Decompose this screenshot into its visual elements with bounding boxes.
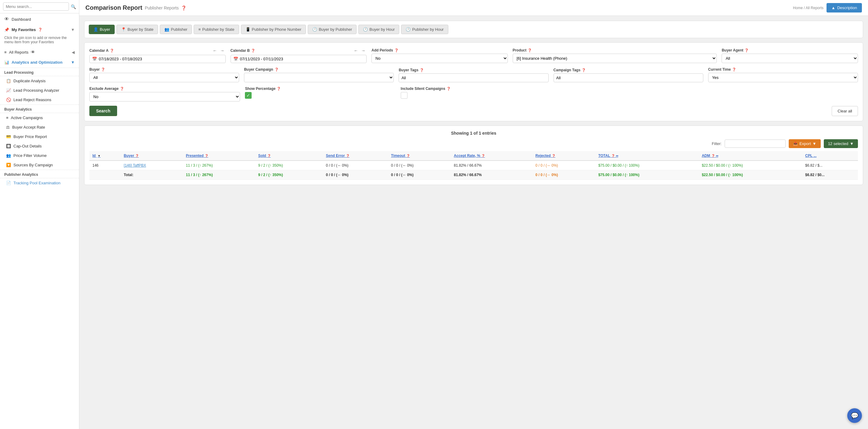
tab-publisher[interactable]: 👥 Publisher <box>160 25 192 34</box>
page-title-area: Comparison Report Publisher Reports ❓ <box>85 4 186 11</box>
exclude-average-group: Exclude Average ❓ No <box>89 87 240 101</box>
total-col-help-icon: ❓ <box>611 154 615 158</box>
cell-rejected-total: 0 / 0 / (↔ 0%) <box>532 170 595 180</box>
sidebar-item-lead-reject-reasons[interactable]: 🚫 Lead Reject Reasons <box>0 95 79 104</box>
col-id[interactable]: Id ▼ <box>89 151 121 161</box>
col-rejected[interactable]: Rejected ❓ <box>532 151 595 161</box>
cell-presented-total: 11 / 3 / (↑ 267%) <box>183 170 255 180</box>
calendar-a-input[interactable] <box>99 57 223 61</box>
sidebar-item-tracking-pool-examination[interactable]: 📄 Tracking Pool Examination <box>0 178 79 188</box>
reports-icon: ≡ <box>4 50 7 55</box>
search-button[interactable]: Search <box>89 106 117 116</box>
buyer-agent-group: Buyer Agent ❓ All <box>722 48 858 63</box>
total-toggle-icon[interactable]: ⇔ <box>616 154 618 158</box>
calendar-a-input-wrapper[interactable]: 📅 <box>89 55 226 63</box>
tab-publisher-by-hour[interactable]: 🕐 Publisher by Hour <box>401 25 448 34</box>
tab-buyer[interactable]: 👤 Buyer <box>89 25 115 34</box>
col-sold[interactable]: Sold ❓ <box>255 151 323 161</box>
eye-icon: 👁 <box>31 50 35 55</box>
tab-publisher-by-phone[interactable]: 📱 Publisher by Phone Number <box>241 25 306 34</box>
col-total[interactable]: TOTAL ❓ ⇔ <box>595 151 699 161</box>
cap-out-icon: 🔲 <box>6 144 11 148</box>
sidebar-item-cap-out-details[interactable]: 🔲 Cap-Out Details <box>0 141 79 151</box>
calendar-a-next[interactable]: → <box>219 47 226 54</box>
tab-buyer-hour-label: Buyer by Hour <box>369 27 395 32</box>
campaign-tags-label: Campaign Tags ❓ <box>554 68 703 72</box>
buyer-campaign-select[interactable] <box>244 73 394 82</box>
sidebar-item-analytics[interactable]: 📊 Analytics and Optimization ▼ <box>0 57 79 68</box>
description-button[interactable]: ▲ Description <box>827 3 862 12</box>
calendar-a-prev[interactable]: ← <box>212 47 218 54</box>
calendar-b-next[interactable]: → <box>360 47 367 54</box>
current-time-label: Current Time ❓ <box>708 67 858 72</box>
chat-bubble[interactable]: 💬 <box>847 408 862 423</box>
col-accept-rate[interactable]: Accept Rate, % ❓ <box>451 151 532 161</box>
reject-icon: 🚫 <box>6 98 11 102</box>
col-adm[interactable]: ADM ❓ ⇔ <box>699 151 802 161</box>
report-table: Id ▼ Buyer ❓ Presented ❓ <box>89 151 858 180</box>
tab-buyer-by-hour[interactable]: 🕐 Buyer by Hour <box>359 25 399 34</box>
col-timeout[interactable]: Timeout ❓ <box>388 151 451 161</box>
sources-icon: 🔽 <box>6 163 11 167</box>
selected-button[interactable]: 12 selected ▼ <box>824 139 858 148</box>
sidebar-item-all-reports[interactable]: ≡ All Reports 👁 ◀ <box>0 47 79 57</box>
col-cpl[interactable]: CPL ... <box>802 151 858 161</box>
results-panel: Showing 1 of 1 entries Filter: 📤 Export … <box>84 126 863 185</box>
sidebar-item-my-favorites[interactable]: 📌 My Favorites ❓ ▼ <box>0 25 79 34</box>
cell-id-total <box>89 170 121 180</box>
adm-toggle-icon[interactable]: ⇔ <box>716 154 718 158</box>
tab-buyer-label: Buyer <box>100 27 110 32</box>
results-filter-input[interactable] <box>725 139 786 148</box>
sources-label: Sources By Campaign <box>13 163 53 167</box>
sidebar-item-active-campaigns[interactable]: ≡ Active Campaigns <box>0 113 79 123</box>
sidebar-item-price-filter-volume[interactable]: 👥 Price Filter Volume <box>0 151 79 160</box>
help-icon: ❓ <box>38 28 42 32</box>
calendar-b-input-wrapper[interactable]: 📅 <box>230 55 367 63</box>
tab-pub-phone-label: Publisher by Phone Number <box>252 27 302 32</box>
buyer-link-1[interactable]: [146] TaffPBX <box>124 163 146 168</box>
sort-icon-id: ▼ <box>98 154 101 158</box>
sidebar-item-sources-by-campaign[interactable]: 🔽 Sources By Campaign <box>0 160 79 170</box>
favorites-note: Click the pin icon to add or remove the … <box>0 34 79 47</box>
lead-reject-label: Lead Reject Reasons <box>13 98 51 102</box>
export-button[interactable]: 📤 Export ▼ <box>789 139 820 148</box>
current-time-select[interactable]: Yes <box>708 73 858 82</box>
tab-publisher-by-state[interactable]: ≡ Publisher by State <box>194 25 239 34</box>
chevron-down-icon: ▼ <box>71 60 75 65</box>
exclude-average-select[interactable]: No <box>89 92 240 101</box>
sidebar-favorites-label: My Favorites <box>11 27 36 32</box>
calendar-b-input[interactable] <box>240 57 364 61</box>
buyer-select[interactable]: All <box>89 73 239 82</box>
buyer-agent-select[interactable]: All <box>722 54 858 63</box>
sidebar-item-dashboard[interactable]: 👁 Dashboard <box>0 13 79 25</box>
tab-buyer-by-publisher[interactable]: 🕐 Buyer by Publisher <box>308 25 356 34</box>
calendar-b-prev[interactable]: ← <box>352 47 359 54</box>
sidebar-item-buyer-accept-rate[interactable]: ⚖ Buyer Accept Rate <box>0 123 79 132</box>
product-select[interactable]: [6] Insurance Health (Phone) <box>513 54 717 63</box>
search-input[interactable] <box>3 2 69 11</box>
buyer-tags-input[interactable] <box>399 73 548 82</box>
col-buyer[interactable]: Buyer ❓ <box>121 151 183 161</box>
add-periods-select[interactable]: No <box>371 54 508 63</box>
col-presented[interactable]: Presented ❓ <box>183 151 255 161</box>
tab-pub-state-label: Publisher by State <box>202 27 235 32</box>
col-send-error[interactable]: Send Error ❓ <box>323 151 388 161</box>
adm-col-help-icon: ❓ <box>711 154 715 158</box>
sidebar-search[interactable]: 🔍 <box>0 0 79 13</box>
table-wrapper: Id ▼ Buyer ❓ Presented ❓ <box>89 151 858 180</box>
show-percentage-checkbox[interactable]: ✓ <box>245 92 252 99</box>
tab-buyer-by-state[interactable]: 📍 Buyer by State <box>117 25 158 34</box>
campaign-tags-input[interactable] <box>554 73 703 82</box>
topbar: Comparison Report Publisher Reports ❓ Ho… <box>79 0 868 16</box>
table-row: 146 [146] TaffPBX 11 / 3 / (↑ 267%) 9 / … <box>89 161 858 170</box>
include-silent-checkbox[interactable] <box>401 92 407 99</box>
sidebar-item-duplicate-analysis[interactable]: 📋 Duplicate Analysis <box>0 76 79 86</box>
calendar-a-icon: 📅 <box>92 57 97 61</box>
buyer-campaign-group: Buyer Campaign ❓ <box>244 67 394 82</box>
tracking-pool-label: Tracking Pool Examination <box>13 181 60 185</box>
sidebar-item-lead-processing-analyzer[interactable]: 📈 Lead Processing Analyzer <box>0 86 79 95</box>
show-percentage-group: Show Percentage ❓ ✓ <box>245 87 396 99</box>
export-chevron-icon: ▼ <box>812 141 816 146</box>
clear-all-button[interactable]: Clear all <box>832 106 858 116</box>
sidebar-item-buyer-price-report[interactable]: 💳 Buyer Price Report <box>0 132 79 141</box>
